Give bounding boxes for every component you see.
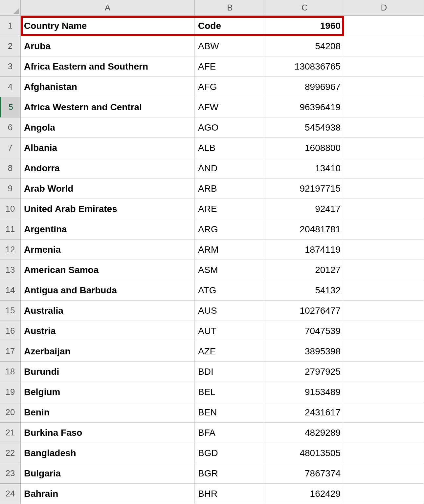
cell-empty[interactable] — [344, 240, 424, 260]
cell-empty[interactable] — [344, 36, 424, 56]
cell-country-name[interactable]: United Arab Emirates — [21, 199, 195, 219]
header-year[interactable]: 1960 — [265, 16, 344, 36]
cell-empty[interactable] — [344, 443, 424, 463]
cell-value[interactable]: 92197715 — [265, 178, 344, 199]
row-header-21[interactable]: 21 — [0, 423, 21, 443]
cell-value[interactable]: 9153489 — [265, 382, 344, 402]
row-header-8[interactable]: 8 — [0, 158, 21, 178]
cell-empty[interactable] — [344, 158, 424, 178]
cell-country-name[interactable]: Bangladesh — [21, 443, 195, 463]
cell-value[interactable]: 96396419 — [265, 97, 344, 117]
cell-code[interactable]: ABW — [195, 36, 265, 56]
cell-country-name[interactable]: Burundi — [21, 362, 195, 382]
row-header-23[interactable]: 23 — [0, 463, 21, 484]
row-header-24[interactable]: 24 — [0, 484, 21, 504]
cell-value[interactable]: 20127 — [265, 260, 344, 280]
row-header-5[interactable]: 5 — [0, 97, 21, 117]
cell-country-name[interactable]: Belgium — [21, 382, 195, 402]
cell-value[interactable]: 8996967 — [265, 77, 344, 97]
cell-value[interactable]: 3895398 — [265, 341, 344, 362]
row-header-16[interactable]: 16 — [0, 321, 21, 341]
cell-code[interactable]: BDI — [195, 362, 265, 382]
cell-country-name[interactable]: Africa Western and Central — [21, 97, 195, 117]
cell-code[interactable]: AFE — [195, 56, 265, 77]
row-header-11[interactable]: 11 — [0, 219, 21, 240]
cell-value[interactable]: 162429 — [265, 484, 344, 504]
cell-empty[interactable] — [344, 138, 424, 158]
cell-code[interactable]: AGO — [195, 117, 265, 138]
row-header-20[interactable]: 20 — [0, 402, 21, 423]
cell-value[interactable]: 7047539 — [265, 321, 344, 341]
cell-value[interactable]: 13410 — [265, 158, 344, 178]
cell-code[interactable]: ATG — [195, 280, 265, 301]
row-header-6[interactable]: 6 — [0, 117, 21, 138]
cell-country-name[interactable]: Argentina — [21, 219, 195, 240]
cell-code[interactable]: AFG — [195, 77, 265, 97]
cell-empty[interactable] — [344, 77, 424, 97]
column-header-D[interactable]: D — [344, 0, 424, 16]
row-header-10[interactable]: 10 — [0, 199, 21, 219]
cell-value[interactable]: 1608800 — [265, 138, 344, 158]
cell-empty[interactable] — [344, 97, 424, 117]
cell-code[interactable]: ARG — [195, 219, 265, 240]
cell-country-name[interactable]: American Samoa — [21, 260, 195, 280]
cell-value[interactable]: 1874119 — [265, 240, 344, 260]
cell-empty[interactable] — [344, 402, 424, 423]
header-code[interactable]: Code — [195, 16, 265, 36]
row-header-14[interactable]: 14 — [0, 280, 21, 301]
cell-empty[interactable] — [344, 199, 424, 219]
cell-code[interactable]: AND — [195, 158, 265, 178]
cell-code[interactable]: AUT — [195, 321, 265, 341]
cell-country-name[interactable]: Arab World — [21, 178, 195, 199]
cell-country-name[interactable]: Benin — [21, 402, 195, 423]
row-header-3[interactable]: 3 — [0, 56, 21, 77]
row-header-2[interactable]: 2 — [0, 36, 21, 56]
row-header-18[interactable]: 18 — [0, 362, 21, 382]
cell-value[interactable]: 5454938 — [265, 117, 344, 138]
cell-empty[interactable] — [344, 16, 424, 36]
header-country-name[interactable]: Country Name — [21, 16, 195, 36]
row-header-4[interactable]: 4 — [0, 77, 21, 97]
cell-country-name[interactable]: Armenia — [21, 240, 195, 260]
cell-code[interactable]: AFW — [195, 97, 265, 117]
cell-country-name[interactable]: Angola — [21, 117, 195, 138]
cell-country-name[interactable]: Bahrain — [21, 484, 195, 504]
row-header-7[interactable]: 7 — [0, 138, 21, 158]
cell-code[interactable]: ALB — [195, 138, 265, 158]
cell-code[interactable]: BGD — [195, 443, 265, 463]
row-header-17[interactable]: 17 — [0, 341, 21, 362]
cell-value[interactable]: 7867374 — [265, 463, 344, 484]
cell-empty[interactable] — [344, 117, 424, 138]
cell-code[interactable]: ARB — [195, 178, 265, 199]
cell-country-name[interactable]: Australia — [21, 301, 195, 321]
row-header-15[interactable]: 15 — [0, 301, 21, 321]
cell-country-name[interactable]: Burkina Faso — [21, 423, 195, 443]
cell-value[interactable]: 54132 — [265, 280, 344, 301]
cell-country-name[interactable]: Austria — [21, 321, 195, 341]
row-header-22[interactable]: 22 — [0, 443, 21, 463]
cell-value[interactable]: 130836765 — [265, 56, 344, 77]
cell-code[interactable]: BEL — [195, 382, 265, 402]
cell-country-name[interactable]: Bulgaria — [21, 463, 195, 484]
cell-country-name[interactable]: Azerbaijan — [21, 341, 195, 362]
cell-country-name[interactable]: Andorra — [21, 158, 195, 178]
cell-value[interactable]: 54208 — [265, 36, 344, 56]
cell-empty[interactable] — [344, 219, 424, 240]
cell-empty[interactable] — [344, 362, 424, 382]
cell-empty[interactable] — [344, 178, 424, 199]
cell-empty[interactable] — [344, 484, 424, 504]
cell-empty[interactable] — [344, 56, 424, 77]
cell-empty[interactable] — [344, 280, 424, 301]
row-header-13[interactable]: 13 — [0, 260, 21, 280]
cell-value[interactable]: 20481781 — [265, 219, 344, 240]
cell-code[interactable]: ARE — [195, 199, 265, 219]
cell-value[interactable]: 48013505 — [265, 443, 344, 463]
select-all-corner[interactable] — [0, 0, 21, 16]
cell-code[interactable]: BFA — [195, 423, 265, 443]
cell-code[interactable]: AZE — [195, 341, 265, 362]
cell-code[interactable]: ARM — [195, 240, 265, 260]
cell-country-name[interactable]: Antigua and Barbuda — [21, 280, 195, 301]
cell-empty[interactable] — [344, 260, 424, 280]
cell-empty[interactable] — [344, 463, 424, 484]
row-header-19[interactable]: 19 — [0, 382, 21, 402]
